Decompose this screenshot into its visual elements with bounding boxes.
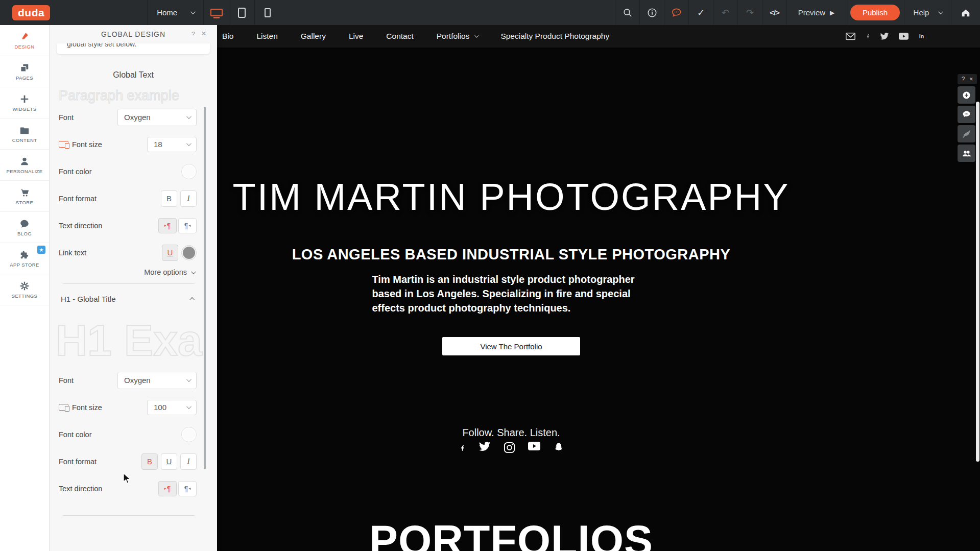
help-menu[interactable]: Help — [904, 0, 951, 25]
youtube-icon[interactable] — [528, 442, 540, 450]
nav-link[interactable]: Specialty Product Photography — [500, 32, 609, 41]
nav-link[interactable]: Contact — [386, 32, 413, 41]
preview-button[interactable]: Preview ▶ — [786, 0, 846, 25]
undo-icon: ↶ — [722, 7, 729, 18]
star-icon: ★ — [39, 247, 44, 253]
font-select[interactable]: Oxygen — [117, 109, 197, 126]
h1-rtl-button[interactable]: ¶◂ — [178, 481, 197, 496]
h1-ltr-button[interactable]: ▸¶ — [158, 481, 177, 496]
folder-icon — [19, 125, 30, 135]
site-title[interactable]: TIM MARTIN PHOTOGRAPHY — [217, 175, 805, 219]
more-options[interactable]: More options — [50, 266, 217, 283]
ltr-arrow-icon: ▸ — [164, 486, 166, 491]
italic-button[interactable]: I — [180, 190, 197, 207]
youtube-icon[interactable] — [899, 33, 909, 40]
info-button[interactable] — [639, 0, 664, 25]
h1-font-row: Font Oxygen — [50, 367, 217, 394]
sidebar-item-store[interactable]: STORE — [0, 181, 49, 212]
sidebar-item-app-store[interactable]: ★ APP STORE — [0, 243, 49, 274]
panel-scrollbar[interactable] — [204, 107, 206, 469]
nav-link[interactable]: Gallery — [301, 32, 326, 41]
mobile-icon — [265, 8, 271, 17]
dev-mode-button[interactable]: </> — [762, 0, 786, 25]
close-icon[interactable]: × — [201, 29, 207, 39]
hide-tool-button[interactable] — [958, 125, 975, 142]
collaborators-button[interactable] — [958, 145, 975, 162]
site-canvas[interactable]: Bio Listen Gallery Live Contact Portfoli… — [217, 25, 980, 551]
publish-button[interactable]: Publish — [850, 5, 900, 20]
desktop-icon — [210, 9, 223, 16]
redo-button[interactable]: ↷ — [737, 0, 762, 25]
visibility-off-icon — [962, 129, 971, 139]
sidebar-item-settings[interactable]: SETTINGS — [0, 274, 49, 305]
nav-link-portfolios[interactable]: Portfolios — [437, 32, 478, 41]
sidebar-item-design[interactable]: DESIGN — [0, 25, 49, 56]
sidebar-item-content[interactable]: CONTENT — [0, 118, 49, 150]
page-selector[interactable]: Home — [147, 0, 203, 25]
undo-button[interactable]: ↶ — [713, 0, 737, 25]
site-intro-paragraph[interactable]: Tim Martin is an industrial style produc… — [372, 272, 651, 315]
nav-link[interactable]: Live — [349, 32, 363, 41]
site-subtitle[interactable]: LOS ANGELES BASED INDUSTRIAL STYLE PHOTO… — [217, 246, 805, 263]
h1-section-header[interactable]: H1 - Global Title — [50, 284, 217, 314]
gear-icon — [19, 281, 30, 291]
font-size-select[interactable]: 18 — [147, 137, 197, 152]
plus-icon — [19, 94, 30, 104]
pilcrow-icon: ¶ — [167, 222, 171, 230]
hero-section[interactable]: TIM MARTIN PHOTOGRAPHY LOS ANGELES BASED… — [217, 47, 980, 506]
desktop-view-button[interactable] — [203, 0, 229, 25]
link-color-swatch[interactable] — [181, 245, 197, 260]
close-icon[interactable]: × — [969, 76, 973, 83]
sidebar-item-personalize[interactable]: PERSONALIZE — [0, 150, 49, 181]
twitter-icon[interactable] — [880, 33, 889, 40]
facebook-icon[interactable] — [459, 442, 466, 454]
linkedin-icon[interactable]: in — [918, 32, 927, 40]
rtl-arrow-icon: ◂ — [188, 486, 190, 491]
ltr-button[interactable]: ▸¶ — [158, 218, 177, 233]
tablet-view-button[interactable] — [229, 0, 254, 25]
h1-font-size-row: Font size 100 — [50, 394, 217, 421]
mobile-view-button[interactable] — [254, 0, 280, 25]
h1-italic-button[interactable]: I — [180, 453, 197, 470]
info-note: global style set below. — [57, 43, 210, 54]
facebook-icon[interactable] — [865, 32, 870, 41]
dashboard-home-button[interactable] — [951, 0, 980, 25]
nav-link[interactable]: Bio — [222, 32, 233, 41]
search-button[interactable] — [615, 0, 639, 25]
bold-button[interactable]: B — [161, 190, 177, 207]
nav-link[interactable]: Listen — [256, 32, 277, 41]
site-navbar: Bio Listen Gallery Live Contact Portfoli… — [217, 25, 980, 47]
snapchat-icon[interactable] — [553, 442, 564, 453]
link-underline-button[interactable]: U — [162, 245, 178, 261]
publish-cell: Publish — [846, 0, 904, 25]
help-icon[interactable]: ? — [192, 30, 196, 38]
rtl-button[interactable]: ¶◂ — [178, 218, 197, 233]
h1-font-color-swatch[interactable] — [181, 427, 197, 442]
h1-underline-button[interactable]: U — [161, 453, 177, 470]
save-button[interactable]: ✓ — [688, 0, 713, 25]
h1-font-select[interactable]: Oxygen — [117, 372, 197, 389]
twitter-icon[interactable] — [479, 442, 491, 452]
help-icon[interactable]: ? — [962, 76, 965, 83]
email-icon[interactable] — [846, 33, 855, 40]
floating-toolbar: ? × — [958, 74, 977, 162]
sidebar: DESIGN PAGES WIDGETS CONTENT PERSONALIZE — [0, 25, 50, 551]
zoom-in-icon — [962, 90, 971, 100]
view-portfolio-button[interactable]: View The Portfolio — [442, 337, 580, 355]
portfolios-section[interactable]: PORTFOLIOS — [217, 506, 805, 551]
comments-button[interactable] — [664, 0, 688, 25]
font-color-swatch[interactable] — [181, 164, 197, 179]
zoom-tool-button[interactable] — [958, 86, 975, 104]
panel-header: GLOBAL DESIGN ? × — [50, 25, 217, 43]
comments-tool-button[interactable] — [958, 106, 975, 123]
instagram-icon[interactable] — [504, 442, 515, 453]
duda-logo[interactable]: duda — [12, 5, 50, 20]
sidebar-item-blog[interactable]: BLOG — [0, 212, 49, 243]
h1-font-size-select[interactable]: 100 — [147, 400, 197, 415]
chevron-down-icon — [475, 33, 479, 37]
users-icon — [962, 149, 972, 158]
sidebar-item-widgets[interactable]: WIDGETS — [0, 87, 49, 118]
toolbar-header: ? × — [958, 74, 977, 84]
h1-bold-button[interactable]: B — [141, 453, 158, 470]
sidebar-item-pages[interactable]: PAGES — [0, 56, 49, 87]
